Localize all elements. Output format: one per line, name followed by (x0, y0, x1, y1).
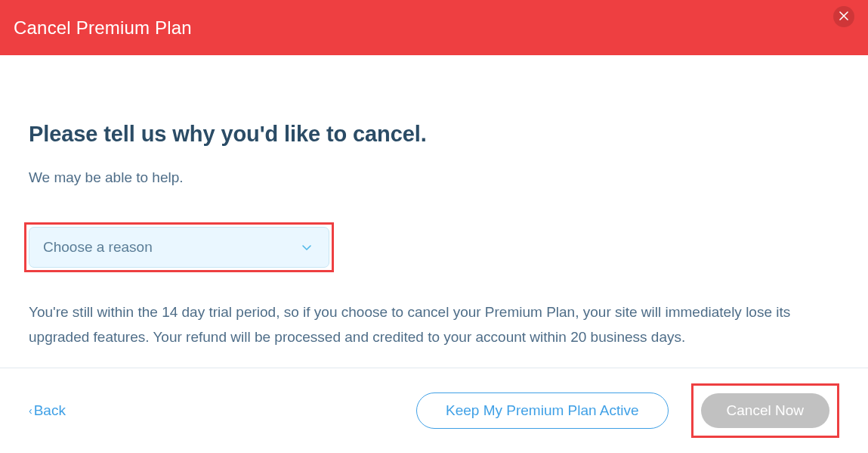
cancel-now-highlight: Cancel Now (691, 383, 839, 438)
dialog-header: Cancel Premium Plan (0, 0, 868, 55)
reason-select-highlight: Choose a reason (24, 222, 334, 272)
cancel-now-button[interactable]: Cancel Now (701, 393, 829, 428)
cancel-now-label: Cancel Now (727, 402, 804, 419)
dialog-title: Cancel Premium Plan (14, 17, 192, 39)
chevron-left-icon: ‹ (29, 404, 32, 418)
trial-info-text: You're still within the 14 day trial per… (29, 299, 839, 349)
chevron-down-icon (301, 242, 312, 253)
cancel-reason-subheading: We may be able to help. (29, 169, 839, 186)
back-link-label: Back (34, 402, 66, 419)
close-icon (839, 10, 848, 23)
back-link[interactable]: ‹ Back (29, 402, 66, 419)
reason-select-placeholder: Choose a reason (43, 239, 153, 256)
cancel-premium-dialog: Cancel Premium Plan Please tell us why y… (0, 0, 868, 453)
keep-plan-button[interactable]: Keep My Premium Plan Active (416, 392, 669, 429)
reason-select[interactable]: Choose a reason (29, 227, 329, 268)
cancel-reason-heading: Please tell us why you'd like to cancel. (29, 122, 839, 147)
footer-actions: Keep My Premium Plan Active Cancel Now (416, 383, 839, 438)
close-button[interactable] (833, 6, 854, 27)
dialog-footer: ‹ Back Keep My Premium Plan Active Cance… (0, 368, 868, 453)
keep-plan-label: Keep My Premium Plan Active (446, 402, 639, 419)
dialog-body: Please tell us why you'd like to cancel.… (0, 55, 868, 349)
